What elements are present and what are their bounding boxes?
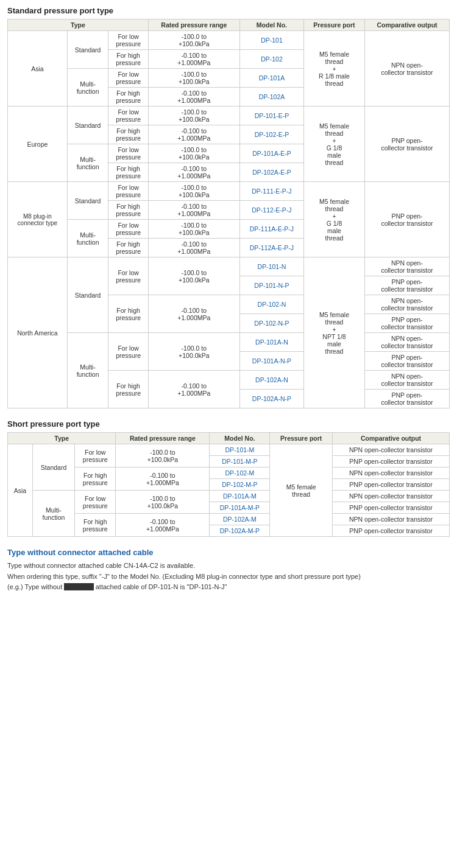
pressure-high: For highpressure <box>108 163 148 182</box>
pressure-low: For lowpressure <box>108 107 148 125</box>
table-row: Asia Standard For lowpressure -100.0 to+… <box>8 31 450 50</box>
type-standard: Standard <box>67 107 108 144</box>
model-dp111epj: DP-111-E-P-J <box>239 182 303 201</box>
model-dp102a: DP-102A <box>239 88 303 107</box>
pressure-high: For highpressure <box>108 295 148 333</box>
output-na-pnp: PNP open-collector transistor <box>364 352 449 371</box>
pressure-high-short: For highpressure <box>75 514 116 537</box>
range: -100.0 to+100.0kPa <box>148 220 239 239</box>
type-multi: Multi-function <box>67 333 108 408</box>
table-row: Multi-function For lowpressure -100.0 to… <box>8 333 450 352</box>
pressure-high-short: For highpressure <box>75 467 116 491</box>
table-row: Asia Standard For lowpressure -100.0 to+… <box>8 444 450 456</box>
output-npn: NPN open-collector transistor <box>333 467 450 479</box>
model-dp102mp: DP-102-M-P <box>210 479 270 491</box>
model-dp102anp: DP-102A-N-P <box>239 390 303 408</box>
model-dp111aepj: DP-111A-E-P-J <box>239 220 303 239</box>
output-na-pnp: PNP open-collector transistor <box>364 390 449 408</box>
range: -100.0 to+100.0kPa <box>148 69 239 88</box>
type-multi: Multi-function <box>67 69 108 107</box>
pressure-high: For highpressure <box>108 88 148 107</box>
model-dp101an: DP-101A-N <box>239 333 303 352</box>
port-m8: M5 femalethread+G 1/8malethread <box>304 182 365 257</box>
pressure-low-short: For lowpressure <box>75 491 116 514</box>
type-header: Type <box>8 433 116 444</box>
comparative-output-header: Comparative output <box>364 19 449 31</box>
model-dp102ep: DP-102-E-P <box>239 125 303 144</box>
page-container: Standard pressure port type Type Rated p… <box>0 0 457 599</box>
table-row: Multi-function For lowpressure -100.0 to… <box>8 491 450 502</box>
output-na-npn: NPN open-collector transistor <box>364 257 449 276</box>
type-standard: Standard <box>67 31 108 69</box>
model-dp101aep: DP-101A-E-P <box>239 144 303 163</box>
model-dp101am: DP-101A-M <box>210 491 270 502</box>
output-pnp: PNP open-collector transistor <box>333 502 450 514</box>
output-na-pnp: PNP open-collector transistor <box>364 276 449 295</box>
range: -100.0 to+100.0kPa <box>148 257 239 295</box>
model-dp101ep: DP-101-E-P <box>239 107 303 125</box>
port-na: M5 femalethread+NPT 1/8malethread <box>304 257 365 408</box>
section3-body: Type without connector attached cable CN… <box>7 561 450 593</box>
range: -100.0 to+100.0kPa <box>148 31 239 50</box>
model-dp101: DP-101 <box>239 31 303 50</box>
region-na: North America <box>8 257 68 408</box>
region-m8: M8 plug-inconnector type <box>8 182 68 257</box>
type-multi: Multi-function <box>67 220 108 257</box>
range: -100.0 to+100.0kPa <box>148 144 239 163</box>
section3-line2: When ordering this type, suffix "-J" to … <box>7 572 450 583</box>
model-dp102: DP-102 <box>239 50 303 69</box>
model-dp101np: DP-101-N-P <box>239 276 303 295</box>
output-pnp: PNP open-collector transistor <box>333 456 450 467</box>
model-dp112epj: DP-112-E-P-J <box>239 201 303 220</box>
range: -0.100 to+1.000MPa <box>148 50 239 69</box>
pressure-low-short: For lowpressure <box>75 444 116 467</box>
pressure-high: For highpressure <box>108 239 148 257</box>
type-header: Type <box>8 19 149 31</box>
range: -0.100 to+1.000MPa <box>148 88 239 107</box>
model-header: Model No. <box>210 433 270 444</box>
model-dp102amp: DP-102A-M-P <box>210 525 270 537</box>
model-dp101a: DP-101A <box>239 69 303 88</box>
range-short: -100.0 to+100.0kPa <box>116 444 210 467</box>
output-asia: NPN open-collector transistor <box>364 31 449 107</box>
model-dp102m: DP-102-M <box>210 467 270 479</box>
table-row: M8 plug-inconnector type Standard For lo… <box>8 182 450 201</box>
output-na-npn: NPN open-collector transistor <box>364 371 449 390</box>
pressure-high: For highpressure <box>108 125 148 144</box>
range: -0.100 to+1.000MPa <box>148 239 239 257</box>
pressure-high: For highpressure <box>108 371 148 408</box>
section3: Type without connector attached cable Ty… <box>7 548 450 593</box>
standard-table: Type Rated pressure range Model No. Pres… <box>7 19 450 408</box>
region-europe: Europe <box>8 107 68 182</box>
model-dp102am: DP-102A-M <box>210 514 270 525</box>
output-m8: PNP open-collector transistor <box>364 182 449 257</box>
rated-pressure-header: Rated pressure range <box>148 19 239 31</box>
range: -0.100 to+1.000MPa <box>148 163 239 182</box>
section3-line1: Type without connector attached cable CN… <box>7 561 450 572</box>
range: -100.0 to+100.0kPa <box>148 107 239 125</box>
port-europe: M5 femalethread+G 1/8malethread <box>304 107 365 182</box>
port-short: M5 femalethread <box>270 444 333 537</box>
output-npn: NPN open-collector transistor <box>333 444 450 456</box>
section3-line3: (e.g.) Type without connector attached c… <box>7 582 450 593</box>
short-table: Type Rated pressure range Model No. Pres… <box>7 432 450 537</box>
pressure-low: For lowpressure <box>108 220 148 239</box>
output-pnp: PNP open-collector transistor <box>333 525 450 537</box>
type-standard: Standard <box>67 182 108 220</box>
output-npn: NPN open-collector transistor <box>333 514 450 525</box>
model-header: Model No. <box>239 19 303 31</box>
range: -100.0 to+100.0kPa <box>148 182 239 201</box>
type-standard-short: Standard <box>32 444 74 491</box>
type-multi: Multi-function <box>67 144 108 182</box>
output-na-pnp: PNP open-collector transistor <box>364 314 449 333</box>
range: -0.100 to+1.000MPa <box>148 295 239 333</box>
region-asia-short: Asia <box>8 444 33 537</box>
model-dp101mp: DP-101-M-P <box>210 456 270 467</box>
model-dp101anp: DP-101A-N-P <box>239 352 303 371</box>
pressure-port-header: Pressure port <box>270 433 333 444</box>
model-dp102aep: DP-102A-E-P <box>239 163 303 182</box>
model-dp101n: DP-101-N <box>239 257 303 276</box>
comparative-output-header: Comparative output <box>333 433 450 444</box>
output-na-npn: NPN open-collector transistor <box>364 333 449 352</box>
pressure-high: For highpressure <box>108 50 148 69</box>
